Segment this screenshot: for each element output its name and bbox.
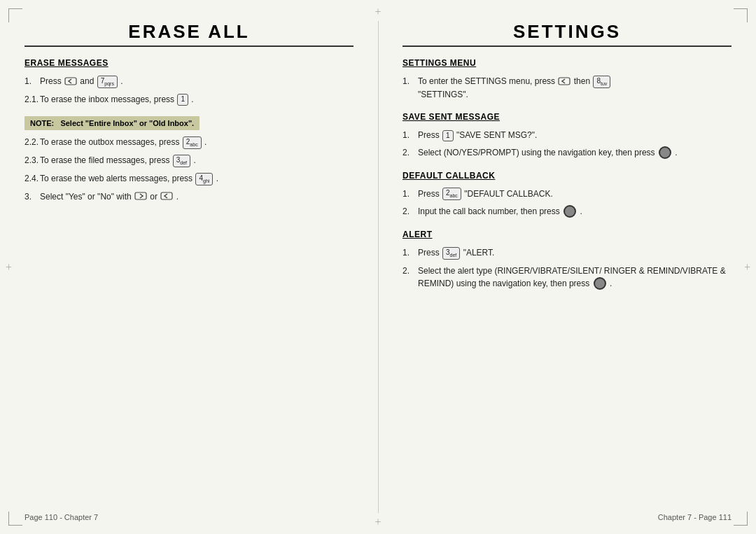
svg-rect-3 — [559, 78, 570, 85]
note-box: NOTE: Select "Entire Inbox" or "Old Inbo… — [24, 116, 200, 130]
settings-menu-heading: SETTINGS MENU — [402, 58, 732, 68]
list-content: Select the alert type (RINGER/VIBRATE/SI… — [418, 265, 732, 290]
list-item: 2. Input the call back number, then pres… — [402, 205, 732, 218]
list-num: 1. — [402, 75, 418, 87]
svg-rect-1 — [135, 192, 146, 199]
settings-menu-section: SETTINGS MENU 1. To enter the SETTINGS m… — [402, 58, 732, 101]
list-content: To erase the filed messages, press 3def … — [40, 154, 354, 167]
list-num: 2. — [402, 265, 418, 277]
list-content: To erase the inbox messages, press 1 . — [40, 93, 354, 106]
right-footer: Chapter 7 - Page 111 — [402, 513, 732, 521]
save-sent-heading: SAVE SENT MESSAGE — [402, 112, 732, 122]
note-label: NOTE: — [30, 119, 54, 127]
list-content: Press 2abc "DEFAULT CALLBACK. — [418, 188, 732, 201]
list-num: 1. — [24, 75, 40, 87]
key-2-callback: 2abc — [442, 188, 461, 200]
left-nav-icon2 — [134, 191, 147, 201]
key-3-alert: 3def — [442, 247, 460, 260]
alert-heading: ALERT — [402, 230, 732, 239]
list-item: 2. Select the alert type (RINGER/VIBRATE… — [402, 265, 732, 290]
key-4: 4ghi — [195, 173, 213, 185]
right-title: SETTINGS — [402, 21, 732, 43]
list-num: 1. — [402, 129, 418, 141]
list-item: 1. To enter the SETTINGS menu, press the… — [402, 75, 732, 101]
key-1-save: 1 — [442, 130, 454, 141]
left-nav-icon — [64, 76, 77, 86]
list-num: 2.4. — [24, 172, 40, 185]
erase-messages-heading: ERASE MESSAGES — [24, 58, 354, 68]
right-nav-icon — [160, 191, 173, 201]
list-content: Press and 7pqrs . — [40, 75, 354, 88]
svg-rect-2 — [161, 192, 172, 199]
list-content: To erase the outbox messages, press 2abc… — [40, 136, 354, 149]
footer-left-text: Page 110 - Chapter 7 — [24, 513, 98, 521]
list-num: 2. — [402, 205, 418, 218]
svg-rect-0 — [65, 78, 76, 85]
left-title: ERASE ALL — [24, 21, 354, 43]
ok-button-icon — [659, 146, 671, 159]
left-column: ERASE ALL ERASE MESSAGES 1. Press and — [0, 0, 378, 534]
list-item: 1. Press 2abc "DEFAULT CALLBACK. — [402, 188, 732, 201]
key-3: 3def — [173, 155, 190, 167]
list-item: 2.3. To erase the filed messages, press … — [24, 154, 354, 167]
list-item: 2. Select (NO/YES/PROMPT) using the navi… — [402, 146, 732, 160]
footer-right-text: Chapter 7 - Page 111 — [658, 513, 732, 521]
default-callback-heading: DEFAULT CALLBACK — [402, 171, 732, 181]
list-num: 2. — [402, 146, 418, 159]
menu-nav-icon — [558, 76, 570, 86]
list-content: To enter the SETTINGS menu, press then 8… — [418, 75, 732, 101]
list-content: Press 3def "ALERT. — [418, 246, 732, 260]
list-item: 2.1. To erase the inbox messages, press … — [24, 93, 354, 106]
list-num: 1. — [402, 246, 418, 259]
ok-button-icon3 — [594, 277, 606, 290]
list-item: 3. Select "Yes" or "No" with or — [24, 190, 354, 203]
key-1: 1 — [177, 94, 188, 106]
list-item: 1. Press and 7pqrs . — [24, 75, 354, 88]
right-column: SETTINGS SETTINGS MENU 1. To enter the S… — [378, 0, 756, 534]
list-num: 3. — [24, 190, 40, 203]
list-item: 1. Press 1 "SAVE SENT MSG?". — [402, 129, 732, 141]
list-item: 1. Press 3def "ALERT. — [402, 246, 732, 260]
erase-messages-section: ERASE MESSAGES 1. Press and 7pqrs . — [24, 58, 354, 203]
list-item: 2.4. To erase the web alerts messages, p… — [24, 172, 354, 185]
ok-button-icon2 — [564, 205, 576, 218]
page: + + + + ERASE ALL ERASE MESSAGES 1. Pres… — [0, 0, 756, 534]
key-2: 2abc — [183, 136, 202, 149]
list-content: Input the call back number, then press . — [418, 205, 732, 218]
save-sent-message-section: SAVE SENT MESSAGE 1. Press 1 "SAVE SENT … — [402, 112, 732, 160]
list-content: Press 1 "SAVE SENT MSG?". — [418, 129, 732, 141]
left-footer: Page 110 - Chapter 7 — [24, 513, 354, 521]
list-content: Select (NO/YES/PROMPT) using the navigat… — [418, 146, 732, 160]
list-content: Select "Yes" or "No" with or — [40, 190, 354, 203]
key-8: 8tuv — [593, 76, 610, 88]
list-content: To erase the web alerts messages, press … — [40, 172, 354, 185]
left-title-underline — [24, 45, 354, 47]
list-num: 2.1. — [24, 93, 40, 106]
list-item: 2.2. To erase the outbox messages, press… — [24, 136, 354, 149]
alert-section: ALERT 1. Press 3def "ALERT. 2. Select th… — [402, 230, 732, 290]
key-7: 7pqrs — [97, 76, 118, 88]
right-title-underline — [402, 45, 732, 47]
list-num: 2.2. — [24, 136, 40, 148]
default-callback-section: DEFAULT CALLBACK 1. Press 2abc "DEFAULT … — [402, 171, 732, 219]
list-num: 2.3. — [24, 154, 40, 167]
list-num: 1. — [402, 188, 418, 200]
